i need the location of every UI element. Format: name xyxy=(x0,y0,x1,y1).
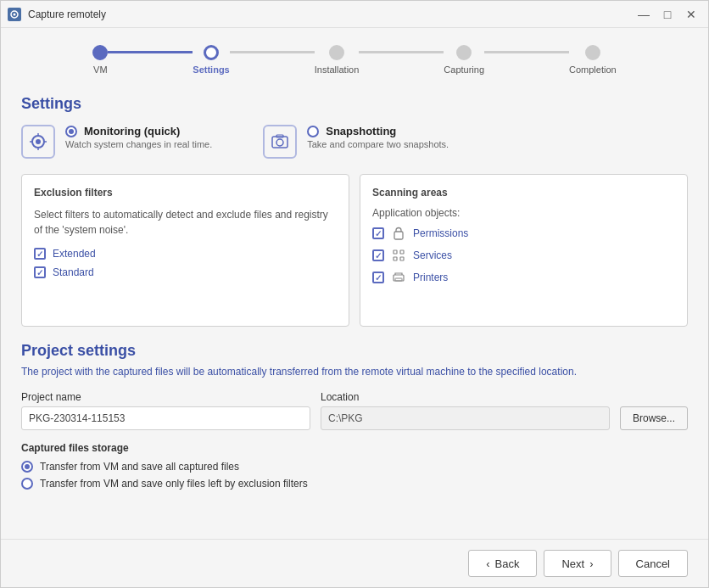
maximize-button[interactable]: □ xyxy=(657,6,678,23)
step-settings: Settings xyxy=(193,45,229,75)
minimize-button[interactable]: — xyxy=(634,6,654,23)
snapshotting-option[interactable]: Snapshotting Take and compare two snapsh… xyxy=(263,125,449,159)
filter-standard-label: Standard xyxy=(53,266,94,278)
monitoring-label-row: Monitoring (quick) xyxy=(65,125,212,137)
project-settings-section: Project settings The project with the ca… xyxy=(21,342,688,490)
step-label-capturing: Capturing xyxy=(444,64,484,75)
svg-point-9 xyxy=(276,139,283,146)
step-label-completion: Completion xyxy=(569,64,617,75)
step-label-installation: Installation xyxy=(315,64,360,75)
monitoring-option[interactable]: Monitoring (quick) Watch system changes … xyxy=(21,125,212,159)
scan-services-row: Services xyxy=(372,248,675,263)
next-label: Next xyxy=(561,557,584,570)
project-settings-desc: The project with the captured files will… xyxy=(21,365,688,379)
storage-radio-2[interactable] xyxy=(21,478,33,490)
scan-printers-checkbox[interactable] xyxy=(372,272,384,283)
scanning-areas-title: Scanning areas xyxy=(372,187,675,199)
step-line-2 xyxy=(230,51,315,53)
step-label-vm: VM xyxy=(93,64,108,75)
scan-printers-label: Printers xyxy=(413,272,448,283)
step-line-3 xyxy=(359,51,444,53)
monitoring-name: Monitoring (quick) xyxy=(84,125,180,137)
window-controls: — □ ✕ xyxy=(634,6,701,23)
svg-rect-17 xyxy=(395,278,402,281)
browse-button[interactable]: Browse... xyxy=(620,406,688,430)
svg-rect-15 xyxy=(400,257,404,260)
snapshotting-radio[interactable] xyxy=(307,126,319,137)
printers-icon xyxy=(391,270,406,285)
filter-standard-checkbox[interactable] xyxy=(34,266,46,278)
filter-extended-checkbox[interactable] xyxy=(34,248,46,260)
storage-label-2: Transfer from VM and save only files lef… xyxy=(40,478,308,490)
monitoring-text: Monitoring (quick) Watch system changes … xyxy=(65,125,212,149)
step-circle-vm xyxy=(92,45,108,60)
scan-printers-row: Printers xyxy=(372,270,675,285)
mode-row: Monitoring (quick) Watch system changes … xyxy=(21,125,688,159)
exclusion-filters-desc: Select filters to automatically detect a… xyxy=(34,207,337,238)
services-icon xyxy=(391,248,406,263)
step-circle-installation xyxy=(329,45,344,60)
scan-services-label: Services xyxy=(413,249,452,261)
svg-point-3 xyxy=(36,139,41,144)
scan-permissions-row: Permissions xyxy=(372,226,675,241)
monitoring-radio[interactable] xyxy=(65,126,77,137)
monitoring-desc: Watch system changes in real time. xyxy=(65,139,212,149)
storage-section: Captured files storage Transfer from VM … xyxy=(21,442,688,490)
scan-services-checkbox[interactable] xyxy=(372,249,384,261)
snapshotting-icon xyxy=(263,125,297,159)
storage-option-1[interactable]: Transfer from VM and save all captured f… xyxy=(21,461,688,473)
back-button[interactable]: ‹ Back xyxy=(468,550,537,577)
stepper: VM Settings Installation Capt xyxy=(21,42,688,75)
step-circle-settings xyxy=(204,45,219,60)
project-name-input[interactable] xyxy=(21,406,310,430)
project-name-group: Project name xyxy=(21,391,310,430)
storage-radio-1[interactable] xyxy=(21,461,33,473)
window: Capture remotely — □ ✕ VM Settings xyxy=(0,0,709,588)
scanning-areas-panel: Scanning areas Application objects: Perm… xyxy=(360,174,688,327)
svg-rect-11 xyxy=(394,232,403,239)
svg-rect-13 xyxy=(400,250,404,254)
snapshotting-text: Snapshotting Take and compare two snapsh… xyxy=(307,125,449,149)
project-settings-title: Project settings xyxy=(21,342,688,360)
main-content: VM Settings Installation Capt xyxy=(1,28,708,539)
next-button[interactable]: Next › xyxy=(544,550,611,577)
step-line-1 xyxy=(108,51,193,53)
window-title: Capture remotely xyxy=(28,8,634,20)
settings-section: Settings xyxy=(21,95,688,327)
cancel-button[interactable]: Cancel xyxy=(618,550,688,577)
step-installation: Installation xyxy=(315,45,360,75)
storage-title: Captured files storage xyxy=(21,442,688,454)
exclusion-filters-panel: Exclusion filters Select filters to auto… xyxy=(21,174,349,327)
filter-standard-row: Standard xyxy=(34,266,337,278)
snapshotting-desc: Take and compare two snapshots. xyxy=(307,139,449,149)
step-label-settings: Settings xyxy=(193,64,229,75)
app-objects-subtitle: Application objects: xyxy=(372,207,675,219)
permissions-icon xyxy=(391,226,406,241)
svg-point-1 xyxy=(14,13,16,15)
scan-permissions-label: Permissions xyxy=(413,227,468,239)
exclusion-filters-title: Exclusion filters xyxy=(34,187,337,199)
browse-wrapper: Browse... xyxy=(620,406,688,430)
storage-option-2[interactable]: Transfer from VM and save only files lef… xyxy=(21,478,688,490)
fields-row: Project name Location Browse... xyxy=(21,391,688,430)
settings-title: Settings xyxy=(21,95,688,113)
svg-rect-14 xyxy=(394,257,397,260)
step-vm: VM xyxy=(92,45,108,75)
storage-label-1: Transfer from VM and save all captured f… xyxy=(40,461,239,473)
step-line-4 xyxy=(484,51,569,53)
location-label: Location xyxy=(321,391,610,403)
scan-permissions-checkbox[interactable] xyxy=(372,227,384,239)
filter-extended-row: Extended xyxy=(34,248,337,260)
close-button[interactable]: ✕ xyxy=(681,6,701,23)
back-label: Back xyxy=(495,557,520,570)
back-chevron-icon: ‹ xyxy=(486,557,489,570)
monitoring-icon xyxy=(21,125,55,159)
step-completion: Completion xyxy=(569,45,617,75)
snapshotting-label-row: Snapshotting xyxy=(307,125,449,137)
stepper-container: VM Settings Installation Capt xyxy=(92,45,616,75)
location-input[interactable] xyxy=(321,406,610,430)
project-name-label: Project name xyxy=(21,391,310,403)
svg-rect-12 xyxy=(394,250,397,254)
app-icon xyxy=(8,8,21,21)
step-circle-completion xyxy=(585,45,600,60)
